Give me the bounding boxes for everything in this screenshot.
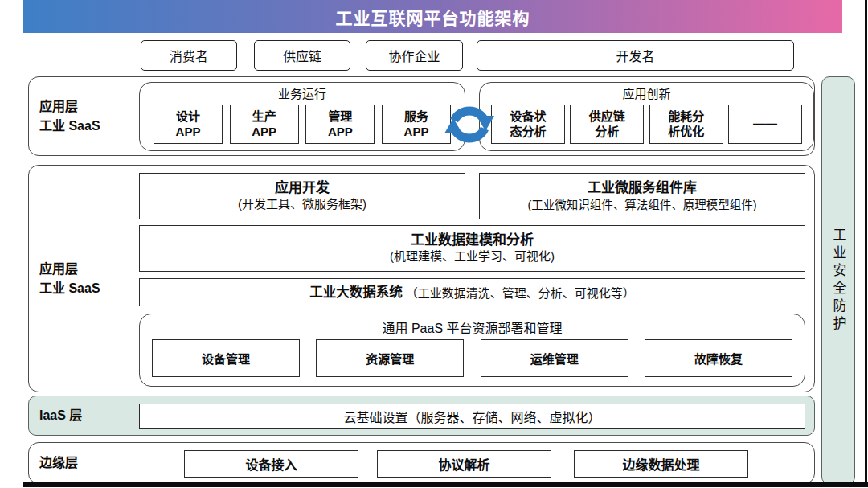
innovation-box-device-status: 设备状 态分析 xyxy=(491,105,565,144)
actor-label: 开发者 xyxy=(616,46,654,65)
innovation-box-line2: 分析 xyxy=(595,125,619,140)
edge-layer-container: 边缘层 设备接入 协议解析 边缘数据处理 xyxy=(28,442,815,484)
edge-box-edge-data-processing: 边缘数据处理 xyxy=(574,450,748,478)
actor-label: 消费者 xyxy=(170,46,208,65)
right-frame-line xyxy=(865,0,867,483)
paas-box-label: 设备管理 xyxy=(202,350,250,367)
innovation-item-row: 设备状 态分析 供应链 分析 能耗分 析优化 —— xyxy=(491,105,802,144)
app-box-line2: APP xyxy=(404,125,429,140)
innovation-box-line2: 析优化 xyxy=(668,125,704,140)
iaas-layer-label-text: IaaS 层 xyxy=(39,406,82,424)
paas-box-label: 运维管理 xyxy=(530,350,579,367)
cloud-infrastructure-box: 云基础设置（服务器、存储、网络、虚拟化） xyxy=(139,404,805,429)
platform-layer-container: 应用层 工业 SaaS 应用开发 (开发工具、微服务框架) 工业微服务组件库 (… xyxy=(28,165,815,392)
innovation-box-placeholder: —— xyxy=(728,105,802,144)
innovation-box-supply-chain-analysis: 供应链 分析 xyxy=(570,105,644,144)
saas-layer-label-line2: 工业 SaaS xyxy=(39,117,100,135)
innovation-box-energy-optimization: 能耗分 析优化 xyxy=(649,105,723,144)
microservice-library-box: 工业微服务组件库 (工业微知识组件、算法组件、原理模型组件) xyxy=(479,173,805,219)
edge-box-label: 协议解析 xyxy=(438,454,489,474)
application-innovation-group-title: 应用创新 xyxy=(480,84,813,101)
iaas-layer-container: IaaS 层 云基础设置（服务器、存储、网络、虚拟化） xyxy=(28,396,815,436)
actor-label: 供应链 xyxy=(283,46,321,65)
security-protection-label: 工业安全防护 xyxy=(829,228,849,334)
edge-box-label: 设备接入 xyxy=(245,454,297,474)
app-development-subtitle: (开发工具、微服务框架) xyxy=(238,197,366,212)
app-box-management: 管理 APP xyxy=(305,105,375,144)
app-box-line2: APP xyxy=(328,125,353,140)
app-development-title: 应用开发 xyxy=(275,180,330,196)
paas-box-row: 设备管理 资源管理 运维管理 故障恢复 xyxy=(152,339,792,377)
paas-box-fault-recovery: 故障恢复 xyxy=(645,339,792,377)
actor-box-supply-chain: 供应链 xyxy=(254,40,350,71)
app-box-line1: 设计 xyxy=(176,109,200,125)
title-banner: 工业互联网平台功能架构 xyxy=(23,0,842,33)
microservice-library-subtitle: (工业微知识组件、算法组件、原理模型组件) xyxy=(527,198,756,212)
business-operation-group-title: 业务运行 xyxy=(140,84,465,101)
paas-box-resource-management: 资源管理 xyxy=(316,339,464,377)
paas-box-label: 资源管理 xyxy=(366,350,414,367)
innovation-box-line1: 设备状 xyxy=(510,109,546,125)
platform-layer-label-line1: 应用层 xyxy=(39,260,100,278)
big-data-system-subtitle: （工业数据清洗、管理、分析、可视化等） xyxy=(406,284,635,301)
actor-box-consumer: 消费者 xyxy=(141,40,237,71)
industrial-internet-architecture-diagram: 工业互联网平台功能架构 消费者 供应链 协作企业 开发者 应用层 工业 SaaS… xyxy=(0,0,868,488)
business-app-row: 设计 APP 生产 APP 管理 APP 服务 APP xyxy=(154,105,451,144)
microservice-library-title: 工业微服务组件库 xyxy=(588,180,697,196)
cloud-infrastructure-label: 云基础设置（服务器、存储、网络、虚拟化） xyxy=(343,407,600,426)
app-box-line2: APP xyxy=(252,125,276,140)
innovation-box-line1: 能耗分 xyxy=(668,109,704,125)
edge-box-protocol-parsing: 协议解析 xyxy=(377,450,551,478)
saas-layer-container: 应用层 工业 SaaS 业务运行 设计 APP 生产 APP 管理 APP xyxy=(28,76,815,156)
app-box-line2: APP xyxy=(176,125,201,140)
actor-box-partner-enterprise: 协作企业 xyxy=(366,40,463,71)
paas-resource-group: 通用 PaaS 平台资源部署和管理 设备管理 资源管理 运维管理 故障恢复 xyxy=(139,314,805,387)
big-data-system-box: 工业大数据系统 （工业数据清洗、管理、分析、可视化等） xyxy=(139,278,805,306)
big-data-system-title: 工业大数据系统 xyxy=(309,285,403,301)
app-box-production: 生产 APP xyxy=(230,105,299,144)
actor-label: 协作企业 xyxy=(388,46,440,65)
bottom-frame-line xyxy=(23,482,868,487)
data-modeling-subtitle: (机理建模、工业学习、可视化) xyxy=(390,249,555,265)
innovation-box-line2: 态分析 xyxy=(510,125,546,140)
data-modeling-title: 工业数据建模和分析 xyxy=(411,232,534,248)
edge-box-label: 边缘数据处理 xyxy=(622,454,699,474)
app-box-line1: 服务 xyxy=(404,109,428,125)
data-modeling-box: 工业数据建模和分析 (机理建模、工业学习、可视化) xyxy=(139,225,805,272)
business-operation-group: 业务运行 设计 APP 生产 APP 管理 APP 服务 APP xyxy=(139,82,465,151)
platform-layer-label: 应用层 工业 SaaS xyxy=(39,166,100,392)
saas-layer-label-line1: 应用层 xyxy=(39,97,100,116)
app-development-box: 应用开发 (开发工具、微服务框架) xyxy=(139,173,465,219)
security-protection-bar: 工业安全防护 xyxy=(821,76,855,485)
app-box-design: 设计 APP xyxy=(154,105,223,144)
app-box-line1: 管理 xyxy=(328,109,352,125)
application-innovation-group: 应用创新 设备状 态分析 供应链 分析 能耗分 析优化 —— xyxy=(479,82,814,151)
innovation-box-line1: —— xyxy=(753,117,777,132)
sync-arrows-icon xyxy=(444,99,495,150)
paas-resource-group-title: 通用 PaaS 平台资源部署和管理 xyxy=(140,318,805,337)
paas-box-label: 故障恢复 xyxy=(694,350,743,367)
app-box-line1: 生产 xyxy=(252,109,276,125)
iaas-layer-label: IaaS 层 xyxy=(39,396,82,435)
app-box-service: 服务 APP xyxy=(382,105,451,144)
paas-box-device-management: 设备管理 xyxy=(152,339,300,377)
edge-box-device-access: 设备接入 xyxy=(184,450,358,478)
paas-box-ops-management: 运维管理 xyxy=(481,339,628,377)
edge-layer-label: 边缘层 xyxy=(39,443,78,483)
saas-layer-label: 应用层 工业 SaaS xyxy=(39,77,100,155)
page-title: 工业互联网平台功能架构 xyxy=(336,5,530,29)
edge-layer-label-text: 边缘层 xyxy=(39,453,78,472)
actor-box-developer: 开发者 xyxy=(477,40,794,71)
innovation-box-line1: 供应链 xyxy=(589,109,625,125)
platform-layer-label-line2: 工业 SaaS xyxy=(39,279,100,297)
